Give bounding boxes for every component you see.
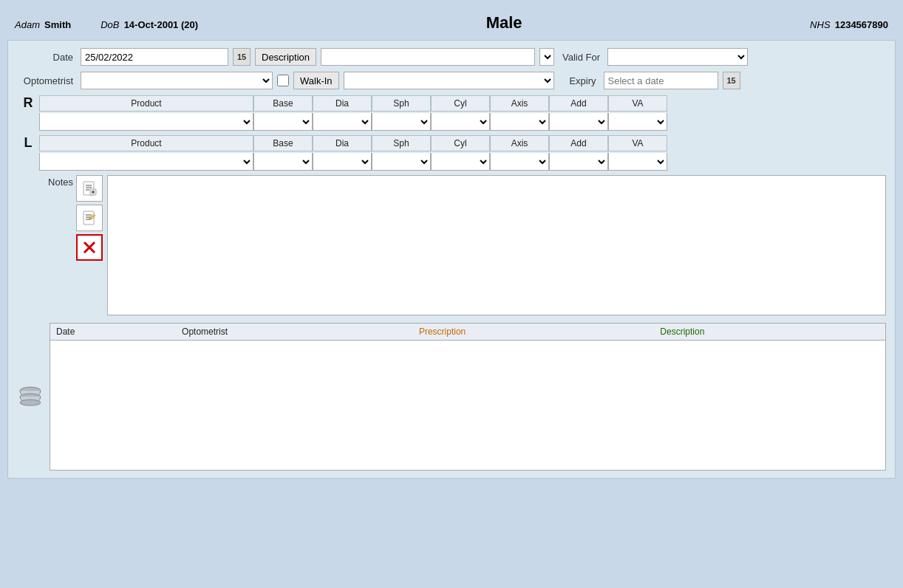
optometrist-label: Optometrist (17, 75, 76, 86)
l-dia-select[interactable] (313, 153, 372, 171)
col-header-add-r: Add (549, 95, 608, 112)
description-input[interactable] (321, 48, 535, 66)
patient-first-name: Adam (15, 19, 40, 30)
r-base-select[interactable] (253, 113, 313, 131)
valid-for-label: Valid For (559, 52, 603, 63)
dob-value: 14-Oct-2001 (20) (124, 19, 198, 30)
add-note-button[interactable] (76, 175, 103, 202)
r-product-select[interactable] (39, 113, 253, 131)
col-header-base-r: Base (253, 95, 313, 112)
expiry-input[interactable] (604, 72, 718, 89)
col-header-cyl-l: Cyl (431, 135, 490, 151)
r-label: R (17, 95, 39, 111)
valid-for-select[interactable] (607, 48, 748, 66)
date-input[interactable] (81, 48, 228, 66)
dob-label: DoB (100, 19, 119, 30)
r-add-select[interactable] (549, 113, 608, 131)
walkin-button[interactable]: Walk-In (293, 72, 339, 89)
walkin-checkbox[interactable] (277, 75, 289, 86)
history-table-container: Date Optometrist Prescription Descriptio… (50, 323, 886, 471)
l-add-select[interactable] (549, 153, 608, 171)
r-va-select[interactable] (608, 113, 667, 131)
delete-note-icon (81, 239, 98, 256)
history-col-prescription: Prescription (413, 324, 654, 341)
l-axis-select[interactable] (490, 153, 549, 171)
l-base-select[interactable] (253, 153, 313, 171)
add-note-icon (81, 180, 98, 196)
edit-note-button[interactable] (76, 205, 103, 231)
expiry-label: Expiry (559, 75, 599, 86)
delete-note-button[interactable] (76, 234, 103, 261)
patient-dob: DoB 14-Oct-2001 (20) (100, 13, 198, 33)
history-table: Date Optometrist Prescription Descriptio… (50, 324, 885, 341)
col-header-product-l: Product (39, 135, 253, 151)
description-button[interactable]: Description (255, 48, 316, 66)
col-header-axis-r: Axis (490, 95, 549, 112)
col-header-sph-l: Sph (372, 135, 431, 151)
patient-gender: Male (486, 13, 522, 33)
prescription-r-section: R Product Base Dia Sph Cyl Axis Add VA (17, 95, 886, 131)
expiry-picker-button[interactable]: 15 (723, 72, 740, 89)
prescription-l-section: L Product Base Dia Sph Cyl Axis Add VA (17, 135, 886, 171)
description-dropdown[interactable]: ▼ (539, 48, 554, 66)
r-sph-select[interactable] (372, 113, 431, 131)
l-va-select[interactable] (608, 153, 667, 171)
l-product-select[interactable] (39, 153, 253, 171)
nhs-label: NHS (810, 19, 830, 30)
l-label: L (17, 135, 39, 151)
date-label: Date (17, 52, 76, 63)
r-cyl-select[interactable] (431, 113, 490, 131)
nhs-number: 1234567890 (835, 19, 888, 30)
notes-label: Notes (17, 175, 76, 188)
r-axis-select[interactable] (490, 113, 549, 131)
col-header-product-r: Product (39, 95, 253, 112)
col-header-dia-r: Dia (313, 95, 372, 112)
col-header-axis-l: Axis (490, 135, 549, 151)
history-col-optometrist: Optometrist (176, 324, 413, 341)
col-header-add-l: Add (549, 135, 608, 151)
patient-name: Adam Smith (15, 13, 71, 33)
r-dia-select[interactable] (313, 113, 372, 131)
col-header-va-r: VA (608, 95, 667, 112)
database-icon (18, 386, 42, 407)
optometrist-select[interactable] (81, 72, 273, 89)
col-header-va-l: VA (608, 135, 667, 151)
col-header-cyl-r: Cyl (431, 95, 490, 112)
l-cyl-select[interactable] (431, 153, 490, 171)
notes-textarea[interactable] (107, 175, 886, 315)
walkin-select[interactable] (344, 72, 554, 89)
svg-point-17 (20, 400, 41, 406)
patient-last-name: Smith (44, 19, 71, 30)
history-col-date: Date (50, 324, 176, 341)
col-header-dia-l: Dia (313, 135, 372, 151)
patient-nhs: NHS 1234567890 (810, 13, 888, 33)
l-sph-select[interactable] (372, 153, 431, 171)
edit-note-icon (81, 210, 98, 226)
date-picker-button[interactable]: 15 (233, 48, 251, 66)
col-header-sph-r: Sph (372, 95, 431, 112)
history-icon (17, 386, 44, 407)
history-col-description: Description (654, 324, 885, 341)
col-header-base-l: Base (253, 135, 313, 151)
